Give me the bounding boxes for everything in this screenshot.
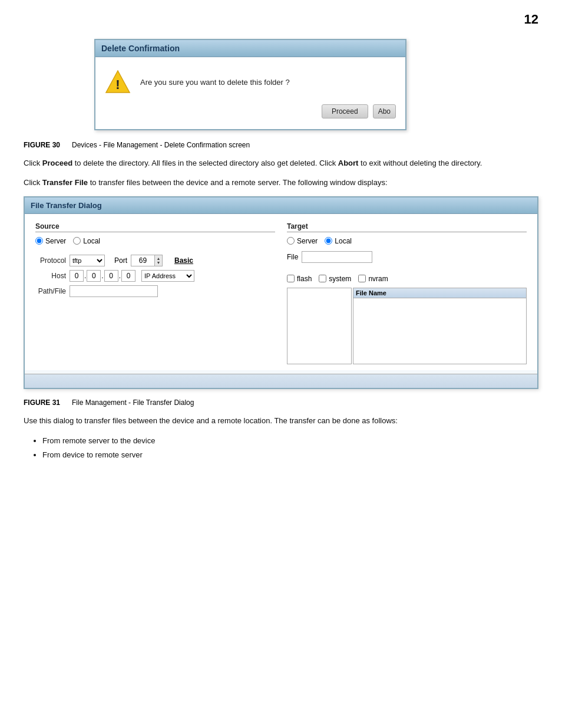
ftd-source-section: Source Server Local Protocol tftp [35,222,275,364]
host-octet1[interactable] [70,270,84,282]
port-group: ▲ ▼ [131,255,163,266]
pathfile-label: Path/File [35,287,66,295]
source-local-radio[interactable]: Local [73,237,100,245]
file-input[interactable] [302,251,372,263]
protocol-select[interactable]: tftp [70,255,105,266]
port-input[interactable] [131,255,154,266]
source-server-input[interactable] [35,237,43,245]
port-spinners[interactable]: ▲ ▼ [154,255,163,266]
source-radio-row: Server Local [35,237,275,245]
warning-icon: ! [105,69,131,95]
ftd-body: Source Server Local Protocol tftp [25,214,537,370]
file-table-area: File Name [287,288,527,364]
filename-box[interactable]: File Name [353,288,527,364]
source-label: Source [35,222,275,232]
nvram-checkbox-input[interactable] [358,275,366,282]
dialog-titlebar: Delete Confirmation [95,40,405,57]
basic-link[interactable]: Basic [174,256,193,265]
host-label: Host [35,272,66,280]
figure30-caption: FIGURE 30 Devices - File Management - De… [24,141,538,149]
flash-checkbox[interactable]: flash [287,275,312,283]
host-octet2[interactable] [87,270,101,282]
figure31-caption: FIGURE 31 File Management - File Transfe… [24,398,538,407]
flash-checkbox-input[interactable] [287,275,295,282]
port-up-icon[interactable]: ▲ [155,256,162,261]
target-server-radio[interactable]: Server [287,237,318,245]
nvram-checkbox[interactable]: nvram [358,275,388,283]
bullet-item-2: From device to remote server [42,448,538,462]
bullet-item-1: From remote server to the device [42,434,538,447]
target-server-input[interactable] [287,237,295,245]
dialog-buttons: Proceed Abo [105,104,396,122]
abort-text: Abort [338,159,359,167]
figure31-text: File Management - File Transfer Dialog [72,398,194,407]
source-local-input[interactable] [73,237,81,245]
dialog-body: ! Are you sure you want to delete this f… [95,57,405,129]
proceed-text: Proceed [42,159,72,167]
file-transfer-dialog: File Transfer Dialog Source Server Local [24,196,538,389]
system-label: system [329,275,351,283]
target-local-radio[interactable]: Local [325,237,352,245]
system-checkbox[interactable]: system [319,275,351,283]
pathfile-row: Path/File [35,285,275,297]
host-octet3[interactable] [104,270,118,282]
file-list-box[interactable] [287,288,352,364]
target-checkboxes: flash system nvram [287,275,527,283]
figure30-text: Devices - File Management - Delete Confi… [72,141,250,149]
paragraph3: Use this dialog to transfer files betwee… [24,415,538,427]
page-number: 12 [24,12,538,27]
ip-type-select[interactable]: IP Address [141,270,194,282]
target-local-input[interactable] [325,237,332,245]
host-row: Host . . . IP Address [35,270,275,282]
ftd-target-section: Target Server Local File [287,222,527,364]
transfer-file-text: Transfer File [42,178,88,187]
ftd-footer [25,374,537,388]
flash-label: flash [297,275,312,283]
bullet-list: From remote server to the device From de… [42,434,538,462]
host-input-group: . . . [70,270,135,282]
figure30-label: FIGURE 30 [24,141,60,149]
protocol-row: Protocol tftp Port ▲ ▼ Basic [35,255,275,266]
proceed-button[interactable]: Proceed [322,104,368,118]
dialog-message-row: ! Are you sure you want to delete this f… [105,69,396,95]
protocol-label: Protocol [35,256,66,265]
ftd-titlebar: File Transfer Dialog [25,197,537,214]
source-server-radio[interactable]: Server [35,237,66,245]
pathfile-input[interactable] [70,285,158,297]
port-down-icon[interactable]: ▼ [155,261,162,265]
source-server-label: Server [45,237,66,245]
target-radio-row: Server Local [287,237,527,245]
delete-confirmation-dialog: Delete Confirmation ! Are you sure you w… [94,39,406,130]
file-row: File [287,251,527,263]
source-local-label: Local [83,237,100,245]
target-local-label: Local [335,237,352,245]
nvram-label: nvram [368,275,388,283]
paragraph1: Click Proceed to delete the directory. A… [24,157,538,170]
paragraph2: Click Transfer File to transfer files be… [24,177,538,189]
target-server-label: Server [297,237,318,245]
abort-button[interactable]: Abo [373,104,396,118]
svg-text:!: ! [115,77,120,92]
ftd-main-row: Source Server Local Protocol tftp [35,222,527,364]
system-checkbox-input[interactable] [319,275,326,282]
host-octet4[interactable] [121,270,135,282]
file-label: File [287,253,298,261]
figure31-label: FIGURE 31 [24,398,60,407]
target-label: Target [287,222,527,232]
filename-column-header: File Name [353,288,526,298]
dialog-message: Are you sure you want to delete this fol… [140,78,290,87]
port-label: Port [114,256,127,265]
